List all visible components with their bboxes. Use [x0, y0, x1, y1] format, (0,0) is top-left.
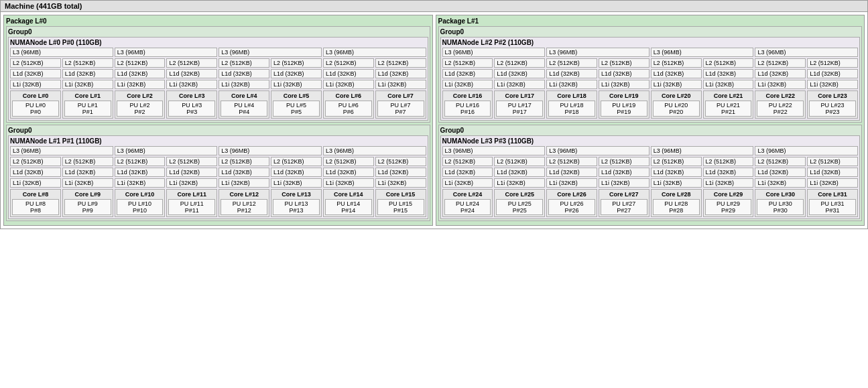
core-title: Core L#20	[653, 92, 700, 99]
core-block: Core L#2PU L#2 P#2	[115, 90, 166, 119]
pu-block: PU L#30 P#30	[757, 199, 804, 215]
core-title: Core L#8	[12, 191, 59, 198]
machine-title: Machine (441GB total)	[0, 0, 868, 12]
core-title: Core L#14	[325, 191, 372, 198]
l1i-cell: L1i (32KB)	[166, 80, 217, 89]
machine-body: Package L#0Group0NUMANode L#0 P#0 (110GB…	[0, 12, 868, 229]
l1i-cell: L1i (32KB)	[494, 80, 545, 89]
pu-block: PU L#27 P#27	[601, 199, 647, 215]
l3-row: L3 (96MB)L3 (96MB)L3 (96MB)L3 (96MB)	[10, 146, 426, 155]
l3-cell: L3 (96MB)	[442, 146, 546, 155]
l1d-cell: L1d (32KB)	[115, 69, 166, 78]
group: Group0NUMANode L#2 P#2 (110GB)L3 (96MB)L…	[438, 26, 863, 123]
l2-cell: L2 (512KB)	[703, 157, 754, 166]
l1i-cell: L1i (32KB)	[599, 178, 649, 188]
l2-cell: L2 (512KB)	[442, 157, 493, 166]
l1d-cell: L1d (32KB)	[651, 69, 702, 78]
pu-block: PU L#14 P#14	[325, 199, 372, 215]
core-title: Core L#25	[496, 191, 543, 198]
l2-cell: L2 (512KB)	[703, 58, 754, 68]
core-block: Core L#16PU L#16 P#16	[442, 90, 493, 119]
l3-cell: L3 (96MB)	[323, 48, 426, 57]
l2-cell: L2 (512KB)	[807, 157, 858, 166]
core-title: Core L#22	[757, 92, 804, 99]
l3-cell: L3 (96MB)	[546, 48, 649, 57]
core-block: Core L#1PU L#1 P#1	[62, 90, 113, 119]
l1i-cell: L1i (32KB)	[442, 178, 493, 188]
pu-block: PU L#16 P#16	[444, 101, 491, 117]
core-title: Core L#17	[496, 92, 543, 99]
core-title: Core L#10	[117, 191, 164, 198]
pu-block: PU L#17 P#17	[496, 101, 543, 117]
core-title: Core L#18	[548, 92, 595, 99]
l1d-cell: L1d (32KB)	[755, 168, 806, 177]
core-title: Core L#6	[325, 92, 372, 99]
l1i-cell: L1i (32KB)	[651, 80, 702, 89]
l1i-cell: L1i (32KB)	[651, 178, 702, 188]
l1i-cell: L1i (32KB)	[546, 178, 597, 188]
l1d-cell: L1d (32KB)	[755, 69, 806, 78]
l1d-cell: L1d (32KB)	[62, 69, 113, 78]
l3-cell: L3 (96MB)	[219, 48, 322, 57]
pu-block: PU L#18 P#18	[548, 101, 595, 117]
pu-block: PU L#5 P#5	[273, 101, 320, 117]
numa-node: NUMANode L#0 P#0 (110GB)L3 (96MB)L3 (96M…	[8, 37, 428, 121]
l2-cell: L2 (512KB)	[115, 157, 166, 166]
pu-block: PU L#1 P#1	[64, 101, 111, 117]
l1d-cell: L1d (32KB)	[166, 168, 217, 177]
l1d-cell: L1d (32KB)	[10, 69, 61, 78]
pu-block: PU L#29 P#29	[705, 199, 752, 215]
l1i-cell: L1i (32KB)	[166, 178, 217, 188]
l1d-cell: L1d (32KB)	[442, 168, 493, 177]
core-block: Core L#11PU L#11 P#11	[166, 189, 217, 217]
core-block: Core L#12PU L#12 P#12	[219, 189, 269, 217]
l1d-cell: L1d (32KB)	[166, 69, 217, 78]
l1i-cell: L1i (32KB)	[10, 178, 61, 188]
l2-cell: L2 (512KB)	[115, 58, 166, 68]
l1d-cell: L1d (32KB)	[651, 168, 702, 177]
l2-cell: L2 (512KB)	[546, 157, 597, 166]
l3-cell: L3 (96MB)	[10, 48, 113, 57]
l2-cell: L2 (512KB)	[166, 58, 217, 68]
pu-block: PU L#4 P#4	[221, 101, 267, 117]
l1d-cell: L1d (32KB)	[703, 69, 754, 78]
pu-block: PU L#15 P#15	[377, 199, 424, 215]
l1d-cell: L1d (32KB)	[807, 69, 858, 78]
l2-cell: L2 (512KB)	[62, 157, 113, 166]
l2-cell: L2 (512KB)	[651, 157, 702, 166]
l1d-cell: L1d (32KB)	[375, 69, 426, 78]
core-title: Core L#31	[809, 191, 856, 198]
l1i-cell: L1i (32KB)	[599, 80, 649, 89]
core-block: Core L#4PU L#4 P#4	[219, 90, 269, 119]
core-title: Core L#24	[444, 191, 491, 198]
core-title: Core L#16	[444, 92, 491, 99]
group: Group0NUMANode L#3 P#3 (110GB)L3 (96MB)L…	[438, 125, 863, 221]
l2-cell: L2 (512KB)	[62, 58, 113, 68]
l2-cell: L2 (512KB)	[323, 58, 374, 68]
core-block: Core L#17PU L#17 P#17	[494, 90, 545, 119]
pu-block: PU L#23 P#23	[809, 101, 856, 117]
core-block: Core L#30PU L#30 P#30	[755, 189, 806, 217]
l2-cell: L2 (512KB)	[494, 58, 545, 68]
l1d-row: L1d (32KB)L1d (32KB)L1d (32KB)L1d (32KB)…	[442, 168, 859, 177]
l1d-row: L1d (32KB)L1d (32KB)L1d (32KB)L1d (32KB)…	[442, 69, 859, 78]
pu-block: PU L#6 P#6	[325, 101, 372, 117]
core-title: Core L#29	[705, 191, 752, 198]
l1d-cell: L1d (32KB)	[494, 69, 545, 78]
l1i-cell: L1i (32KB)	[807, 80, 858, 89]
l1d-cell: L1d (32KB)	[599, 168, 649, 177]
l3-row: L3 (96MB)L3 (96MB)L3 (96MB)L3 (96MB)	[10, 48, 426, 57]
pu-block: PU L#7 P#7	[377, 101, 424, 117]
core-block: Core L#5PU L#5 P#5	[271, 90, 322, 119]
pu-block: PU L#13 P#13	[273, 199, 320, 215]
l1i-cell: L1i (32KB)	[10, 80, 61, 89]
package-title: Package L#0	[6, 17, 430, 25]
l1i-row: L1i (32KB)L1i (32KB)L1i (32KB)L1i (32KB)…	[10, 80, 426, 89]
numa-title: NUMANode L#1 P#1 (110GB)	[10, 137, 426, 145]
core-block: Core L#0PU L#0 P#0	[10, 90, 61, 119]
core-title: Core L#4	[221, 92, 267, 99]
core-block: Core L#28PU L#28 P#28	[651, 189, 702, 217]
l1d-cell: L1d (32KB)	[271, 168, 322, 177]
l1d-cell: L1d (32KB)	[375, 168, 426, 177]
l2-cell: L2 (512KB)	[375, 58, 426, 68]
